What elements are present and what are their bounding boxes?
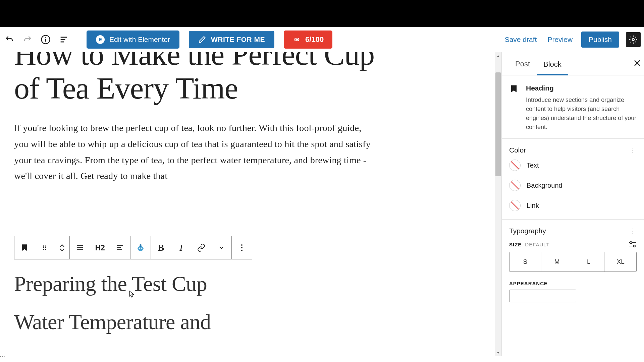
- sliders-icon: [629, 241, 637, 248]
- block-description: Introduce new sections and organize cont…: [526, 96, 637, 132]
- score-label: 6/100: [305, 35, 324, 44]
- svg-rect-23: [140, 244, 142, 246]
- link-color-swatch: [509, 200, 521, 211]
- color-link-row[interactable]: Link: [509, 194, 637, 215]
- intro-paragraph[interactable]: If you're looking to brew the perfect cu…: [14, 120, 376, 184]
- svg-point-21: [139, 247, 140, 249]
- size-m-button[interactable]: M: [541, 252, 573, 272]
- align-button[interactable]: [70, 236, 90, 259]
- svg-point-29: [630, 242, 632, 244]
- svg-point-11: [45, 247, 46, 248]
- svg-point-31: [633, 245, 635, 247]
- color-panel: Color ⋮ Text Background Link: [502, 138, 644, 219]
- scroll-up-arrow[interactable]: ▴: [495, 52, 501, 59]
- size-l-button[interactable]: L: [573, 252, 605, 272]
- heading-preparing-cup[interactable]: Preparing the Test Cup: [14, 269, 376, 299]
- bold-button[interactable]: B: [151, 236, 171, 259]
- editor-scrollbar[interactable]: ▴ ▾: [495, 52, 501, 356]
- text-align-button[interactable]: [110, 236, 130, 259]
- typography-panel: Typography ⋮ SIZE DEFAULT S M L XL APPEA…: [502, 219, 644, 300]
- heading-water-temp[interactable]: Water Temperature and: [14, 307, 376, 337]
- link-color-label: Link: [527, 202, 539, 209]
- signal-icon: [292, 35, 301, 44]
- svg-point-2: [45, 37, 46, 38]
- toolbar-left-group: [3, 34, 70, 46]
- pencil-icon: [198, 36, 206, 44]
- toolbar-right-group: Save draft Preview Publish: [503, 32, 641, 48]
- size-button-group: S M L XL: [509, 252, 637, 272]
- size-default-label: DEFAULT: [525, 242, 549, 247]
- drag-handle-icon[interactable]: [35, 236, 55, 259]
- color-panel-title: Color: [509, 146, 526, 154]
- appearance-label: APPEARANCE: [509, 281, 637, 286]
- color-panel-options[interactable]: ⋮: [630, 146, 637, 154]
- scroll-down-arrow[interactable]: ▾: [495, 349, 501, 356]
- svg-point-10: [43, 247, 44, 248]
- write-for-me-label: WRITE FOR ME: [211, 36, 265, 44]
- gear-icon: [629, 35, 638, 44]
- svg-point-25: [241, 244, 243, 246]
- block-type-heading-icon[interactable]: [14, 236, 35, 259]
- more-formatting-button[interactable]: [211, 236, 231, 259]
- size-custom-toggle[interactable]: [629, 241, 637, 248]
- editor-top-toolbar: E Edit with Elementor WRITE FOR ME 6/100…: [0, 27, 644, 52]
- svg-point-27: [241, 250, 243, 251]
- background-color-swatch: [509, 180, 521, 191]
- sidebar-tabs: Post Block ✕: [502, 52, 644, 75]
- svg-point-26: [241, 247, 243, 248]
- typography-panel-title: Typography: [509, 227, 546, 235]
- ai-assist-button[interactable]: [130, 236, 151, 259]
- elementor-icon: E: [96, 35, 105, 44]
- size-xl-button[interactable]: XL: [605, 252, 636, 272]
- write-for-me-button[interactable]: WRITE FOR ME: [189, 31, 274, 48]
- publish-button[interactable]: Publish: [581, 32, 619, 48]
- size-s-button[interactable]: S: [509, 252, 541, 272]
- block-info-panel: Heading Introduce new sections and organ…: [502, 75, 644, 138]
- svg-point-12: [43, 249, 44, 250]
- typography-panel-options[interactable]: ⋮: [630, 227, 637, 235]
- svg-point-22: [141, 247, 143, 249]
- close-sidebar-button[interactable]: ✕: [633, 58, 641, 68]
- link-button[interactable]: [191, 236, 211, 259]
- browser-blackout-bar: [0, 0, 644, 27]
- text-color-label: Text: [527, 162, 539, 169]
- move-up-down-button[interactable]: [55, 236, 69, 259]
- main-area: How to Make the Perfect Cup of Tea Every…: [0, 52, 644, 356]
- list-view-button[interactable]: [58, 34, 70, 46]
- svg-point-9: [45, 245, 46, 246]
- elementor-label: Edit with Elementor: [109, 36, 170, 44]
- color-text-row[interactable]: Text: [509, 154, 637, 174]
- settings-sidebar: Post Block ✕ Heading Introduce new secti…: [501, 52, 644, 356]
- details-info-button[interactable]: [40, 34, 52, 46]
- svg-point-8: [43, 245, 44, 246]
- preview-button[interactable]: Preview: [545, 33, 575, 46]
- scrollbar-thumb[interactable]: [495, 72, 501, 176]
- save-draft-button[interactable]: Save draft: [503, 33, 539, 46]
- edit-with-elementor-button[interactable]: E Edit with Elementor: [87, 31, 179, 49]
- background-color-label: Background: [527, 182, 562, 189]
- settings-button[interactable]: [626, 32, 641, 47]
- post-title[interactable]: How to Make the Perfect Cup of Tea Every…: [14, 52, 376, 105]
- color-background-row[interactable]: Background: [509, 174, 637, 194]
- appearance-select[interactable]: [509, 290, 576, 302]
- text-color-swatch: [509, 160, 521, 171]
- editor-canvas[interactable]: How to Make the Perfect Cup of Tea Every…: [0, 52, 495, 356]
- size-label: SIZE: [509, 242, 522, 247]
- block-options-button[interactable]: [232, 236, 252, 259]
- tab-block[interactable]: Block: [537, 53, 568, 75]
- kebab-icon: [241, 244, 243, 252]
- link-icon: [197, 243, 206, 252]
- seo-score-button[interactable]: 6/100: [284, 31, 332, 49]
- svg-point-13: [45, 249, 46, 250]
- undo-button[interactable]: [3, 34, 15, 46]
- heading-block-icon: [509, 84, 519, 94]
- toolbar-center-group: E Edit with Elementor WRITE FOR ME 6/100: [87, 31, 332, 49]
- redo-button[interactable]: [21, 34, 34, 46]
- chevron-down-icon: [218, 244, 225, 251]
- italic-button[interactable]: I: [171, 236, 191, 259]
- svg-point-7: [632, 38, 635, 41]
- block-floating-toolbar: H2 B I: [14, 236, 252, 259]
- svg-point-6: [296, 39, 298, 40]
- heading-level-button[interactable]: H2: [90, 236, 110, 259]
- tab-post[interactable]: Post: [508, 52, 537, 75]
